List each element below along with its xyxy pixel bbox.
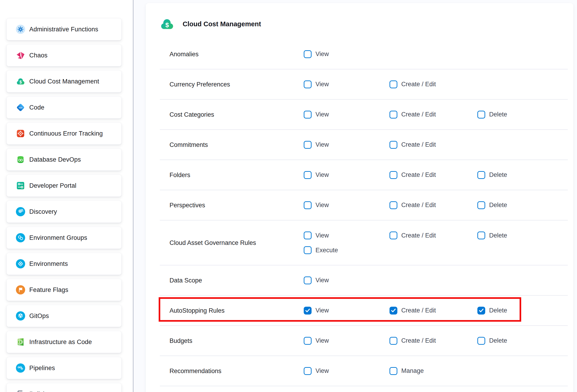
permission-cloud-asset-governance-rules-create-edit[interactable]: Create / Edit [390, 232, 436, 239]
svg-text:</>: </> [19, 106, 23, 109]
checkbox-perspectives-create-edit[interactable] [390, 201, 397, 209]
checkbox-currency-preferences-view[interactable] [304, 80, 312, 88]
checkbox-folders-delete[interactable] [477, 171, 485, 179]
permission-perspectives-view[interactable]: View [304, 201, 329, 209]
checkbox-currency-preferences-create-edit[interactable] [390, 80, 397, 88]
checkbox-cloud-asset-governance-rules-delete[interactable] [477, 232, 485, 239]
resource-label-budgets: Budgets [170, 337, 192, 344]
permission-perspectives-delete[interactable]: Delete [477, 201, 507, 209]
checkbox-perspectives-delete[interactable] [477, 201, 485, 209]
permission-autostopping-rules-delete[interactable]: Delete [477, 307, 507, 315]
checkbox-cost-categories-delete[interactable] [477, 111, 485, 118]
permission-autostopping-rules-create-edit[interactable]: Create / Edit [390, 307, 436, 315]
permission-cost-categories-create-edit[interactable]: Create / Edit [390, 111, 436, 118]
dev-portal-icon [16, 181, 25, 190]
permission-row-perspectives: PerspectivesViewCreate / EditDelete [160, 190, 568, 220]
permission-label: Create / Edit [401, 141, 436, 148]
sidebar-item-environment-groups[interactable]: Environment Groups [6, 227, 122, 249]
permission-folders-create-edit[interactable]: Create / Edit [390, 171, 436, 179]
permission-label: View [316, 367, 329, 374]
checkbox-folders-view[interactable] [304, 171, 312, 179]
checkbox-anomalies-view[interactable] [304, 50, 312, 58]
checkbox-autostopping-rules-create-edit[interactable] [390, 307, 397, 315]
checkbox-budgets-view[interactable] [304, 337, 312, 345]
permissions-table: AnomaliesViewCurrency PreferencesViewCre… [160, 39, 568, 386]
checkbox-cost-categories-create-edit[interactable] [390, 111, 397, 118]
checkbox-budgets-delete[interactable] [477, 337, 485, 345]
database-icon [16, 155, 25, 164]
checkbox-folders-create-edit[interactable] [390, 171, 397, 179]
permission-row-folders: FoldersViewCreate / EditDelete [160, 160, 568, 190]
permission-label: Delete [489, 111, 507, 118]
sidebar-item-infrastructure-as-code[interactable]: Infrastructure as Code [6, 331, 122, 353]
sidebar-item-feature-flags[interactable]: Feature Flags [6, 279, 122, 301]
sidebar-item-developer-portal[interactable]: Developer Portal [6, 175, 122, 197]
sidebar-item-continuous-error-tracking[interactable]: Continuous Error Tracking [6, 122, 122, 144]
permission-row-budgets: BudgetsViewCreate / EditDelete [160, 326, 568, 356]
permission-data-scope-view[interactable]: View [304, 277, 329, 284]
permission-folders-delete[interactable]: Delete [477, 171, 507, 179]
sidebar-item-pipelines[interactable]: Pipelines [6, 357, 122, 379]
permission-recommendations-manage[interactable]: Manage [390, 367, 424, 375]
resource-label-folders: Folders [170, 171, 190, 178]
permission-cost-categories-view[interactable]: View [304, 111, 329, 118]
sidebar-item-database-devops[interactable]: Database DevOps [6, 148, 122, 171]
sidebar-item-discovery[interactable]: Discovery [6, 201, 122, 223]
permission-commitments-create-edit[interactable]: Create / Edit [390, 141, 436, 149]
sidebar-item-label: Pipelines [29, 364, 55, 372]
permission-cloud-asset-governance-rules-delete[interactable]: Delete [477, 232, 507, 239]
permission-label: Create / Edit [401, 337, 436, 344]
permission-cloud-asset-governance-rules-execute[interactable]: Execute [304, 246, 338, 254]
sidebar-item-policies[interactable]: Policies [6, 383, 122, 392]
checkbox-perspectives-view[interactable] [304, 201, 312, 209]
gitops-icon [16, 311, 25, 321]
discovery-icon [16, 207, 25, 216]
sidebar-item-administrative-functions[interactable]: Administrative Functions [6, 18, 122, 40]
checkbox-recommendations-manage[interactable] [390, 367, 397, 375]
permission-anomalies-view[interactable]: View [304, 50, 329, 58]
checkbox-cost-categories-view[interactable] [304, 111, 312, 118]
sidebar-item-gitops[interactable]: GitOps [6, 305, 122, 327]
resource-label-currency-preferences: Currency Preferences [170, 81, 230, 88]
checkbox-autostopping-rules-delete[interactable] [477, 307, 485, 315]
gear-icon [16, 25, 25, 34]
resource-label-anomalies: Anomalies [170, 50, 199, 58]
permission-cloud-asset-governance-rules-view[interactable]: View [304, 232, 329, 239]
svg-text:$: $ [20, 80, 22, 84]
checkbox-cloud-asset-governance-rules-create-edit[interactable] [390, 232, 397, 239]
checkbox-cloud-asset-governance-rules-execute[interactable] [304, 246, 312, 254]
checkbox-recommendations-view[interactable] [304, 367, 312, 375]
checkbox-data-scope-view[interactable] [304, 277, 312, 284]
sidebar-item-label: Discovery [29, 208, 57, 215]
checkbox-commitments-create-edit[interactable] [390, 141, 397, 149]
permission-label: View [316, 111, 329, 118]
sidebar-item-label: Chaos [29, 52, 47, 59]
feature-flags-icon [16, 285, 25, 294]
sidebar-list: Administrative Functions Chaos $ Cloud C… [6, 18, 122, 392]
sidebar-item-environments[interactable]: Environments [6, 253, 122, 275]
permission-label: View [316, 50, 329, 58]
environments-icon [16, 259, 25, 268]
permission-commitments-view[interactable]: View [304, 141, 329, 149]
permission-budgets-view[interactable]: View [304, 337, 329, 345]
checkbox-cloud-asset-governance-rules-view[interactable] [304, 232, 312, 239]
permission-currency-preferences-view[interactable]: View [304, 80, 329, 88]
permission-cost-categories-delete[interactable]: Delete [477, 111, 507, 118]
permission-budgets-delete[interactable]: Delete [477, 337, 507, 345]
permission-budgets-create-edit[interactable]: Create / Edit [390, 337, 436, 345]
resource-label-commitments: Commitments [170, 141, 208, 148]
sidebar-item-code[interactable]: </> Code [6, 96, 122, 118]
sidebar-item-chaos[interactable]: Chaos [6, 44, 122, 67]
checkbox-budgets-create-edit[interactable] [390, 337, 397, 345]
permission-currency-preferences-create-edit[interactable]: Create / Edit [390, 80, 436, 88]
permission-autostopping-rules-view[interactable]: View [304, 307, 329, 315]
permission-row-autostopping-rules: AutoStopping RulesViewCreate / EditDelet… [160, 296, 568, 326]
iac-icon [16, 337, 25, 347]
permission-folders-view[interactable]: View [304, 171, 329, 179]
checkbox-autostopping-rules-view[interactable] [304, 307, 312, 315]
permission-perspectives-create-edit[interactable]: Create / Edit [390, 201, 436, 209]
sidebar-item-cloud-cost-management[interactable]: $ Cloud Cost Management [6, 70, 122, 92]
checkbox-commitments-view[interactable] [304, 141, 312, 149]
permission-row-cost-categories: Cost CategoriesViewCreate / EditDelete [160, 100, 568, 130]
permission-recommendations-view[interactable]: View [304, 367, 329, 375]
